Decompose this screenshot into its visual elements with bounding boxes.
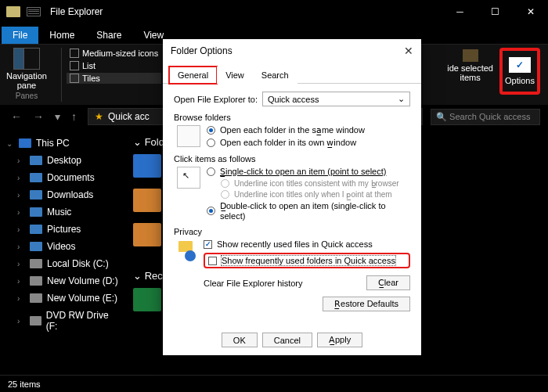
chevron-icon: › (17, 294, 25, 303)
drive-icon (30, 225, 42, 234)
chevron-icon: › (17, 317, 25, 325)
drive-icon (30, 207, 42, 217)
layout-list-item[interactable]: List (67, 60, 161, 71)
privacy-icon (177, 239, 197, 263)
sidebar-item[interactable]: ›Downloads (5, 186, 121, 203)
hide-icon (463, 49, 478, 62)
search-input[interactable]: 🔍 Search Quick access (431, 109, 540, 125)
sidebar-item[interactable]: ›Pictures (5, 221, 121, 238)
checkbox-frequent-folders[interactable]: Show frequently used folders in Quick ac… (208, 256, 406, 265)
chevron-icon: › (17, 208, 25, 217)
radio-same-window[interactable]: Open each folder in the sa̲me window (207, 125, 365, 135)
breadcrumb-text: Quick acc (108, 111, 150, 122)
drive-icon (30, 190, 42, 200)
privacy-group: Privacy Show recently used files in Quic… (174, 227, 410, 290)
dialog-tabs: General View Search (163, 63, 421, 84)
apply-button[interactable]: A̲pply (317, 333, 362, 347)
drive-icon (30, 242, 42, 251)
chevron-down-icon[interactable]: ▾ (52, 110, 63, 123)
clear-button[interactable]: C̲lear (366, 275, 410, 290)
chevron-icon: › (17, 191, 25, 200)
chevron-icon: › (17, 156, 25, 165)
sidebar: ⌄ This PC ›Desktop›Documents›Downloads›M… (0, 128, 125, 375)
sidebar-item[interactable]: ›New Volume (D:) (5, 272, 121, 290)
folder-tile[interactable] (133, 154, 161, 178)
nav-pane-group[interactable]: Navigation pane Panes (6, 48, 47, 102)
dialog-tab-search[interactable]: Search (253, 67, 297, 84)
tab-home[interactable]: Home (38, 27, 85, 44)
maximize-button[interactable]: ☐ (478, 0, 513, 23)
browse-thumb-icon (177, 125, 200, 147)
navpane-icon (13, 48, 40, 70)
menu-icon[interactable] (27, 7, 41, 16)
dialog-tab-general[interactable]: General (169, 67, 217, 84)
layout-medium[interactable]: Medium-sized icons (67, 48, 161, 59)
restore-defaults-button[interactable]: R̲estore Defaults (323, 297, 410, 311)
open-to-dropdown[interactable]: Quick access⌄ (262, 92, 410, 106)
dialog-close-button[interactable]: ✕ (404, 45, 413, 57)
drive-icon (30, 316, 41, 325)
sidebar-item[interactable]: ›New Volume (E:) (5, 290, 121, 307)
drive-icon (30, 293, 42, 303)
forward-button[interactable]: → (30, 110, 47, 123)
clear-history-label: Clear File Explorer history (204, 279, 362, 288)
folder-icon (6, 6, 20, 17)
radio-single-click[interactable]: S̲ingle-click to open an item (point to … (207, 167, 410, 177)
back-button[interactable]: ← (8, 110, 25, 123)
drive-icon (30, 156, 42, 165)
sidebar-item[interactable]: ›Desktop (5, 152, 121, 169)
layout-tiles[interactable]: Tiles (67, 73, 161, 84)
layout-list: Medium-sized icons List Tiles (67, 48, 161, 102)
sidebar-item[interactable]: ›Documents (5, 169, 121, 186)
panes-label: Panes (16, 92, 38, 100)
folder-options-dialog: Folder Options ✕ General View Search Ope… (163, 39, 421, 355)
dialog-titlebar: Folder Options ✕ (163, 39, 421, 63)
close-button[interactable]: ✕ (513, 0, 548, 23)
radio-own-window[interactable]: Open each folder in its own w̲indow (207, 138, 365, 148)
sidebar-item[interactable]: ›Local Disk (C:) (5, 255, 121, 272)
tab-share[interactable]: Share (85, 27, 132, 44)
chevron-icon: › (17, 174, 25, 182)
chevron-icon: ⌄ (6, 139, 14, 148)
browse-folders-group: Browse folders Open each folder in the s… (174, 113, 410, 148)
sidebar-thispc[interactable]: ⌄ This PC (5, 135, 121, 152)
app-title: File Explorer (50, 6, 103, 17)
options-button[interactable]: ✓ Options (499, 48, 540, 95)
star-icon: ★ (95, 111, 103, 122)
up-button[interactable]: ↑ (68, 110, 80, 123)
checkbox-recent-files[interactable]: Show recently used files in Quick access (204, 239, 410, 249)
tab-file[interactable]: File (2, 27, 38, 44)
radio-underline-browser: Underline icon titles consistent with my… (221, 179, 410, 188)
radio-double-click[interactable]: D̲ouble-click to open an item (single-cl… (207, 201, 410, 221)
sidebar-item[interactable]: ›DVD RW Drive (F: (5, 307, 121, 335)
folder-tile[interactable] (133, 189, 161, 212)
open-to-label: Open File Explorer to: (174, 95, 258, 104)
click-thumb-icon: ↖ (177, 167, 200, 189)
navpane-label: Navigation pane (6, 71, 47, 90)
item-count: 25 items (8, 379, 41, 389)
chevron-down-icon: ⌄ (398, 94, 405, 104)
sidebar-item[interactable]: ›Videos (5, 238, 121, 255)
chevron-icon: › (17, 260, 25, 268)
chevron-icon: › (17, 277, 25, 286)
cancel-button[interactable]: Cancel (262, 333, 312, 347)
options-icon: ✓ (509, 57, 531, 73)
hide-selected[interactable]: ide selected items (447, 49, 493, 82)
drive-icon (30, 276, 42, 286)
ok-button[interactable]: OK (222, 333, 258, 347)
drive-icon (30, 173, 42, 182)
radio-underline-point: Underline icon titles only when I p̲oint… (221, 190, 410, 199)
chevron-icon: › (17, 243, 25, 251)
status-bar: 25 items (0, 375, 548, 392)
minimize-button[interactable]: ─ (442, 0, 478, 23)
drive-icon (30, 259, 42, 268)
chevron-icon: › (17, 225, 25, 234)
file-tile[interactable] (133, 288, 161, 311)
thispc-icon (19, 138, 31, 148)
folder-tile[interactable] (133, 223, 161, 246)
dialog-tab-view[interactable]: View (217, 67, 253, 84)
dialog-title: Folder Options (171, 45, 233, 56)
click-items-group: Click items as follows ↖ S̲ingle-click t… (174, 154, 410, 221)
titlebar: File Explorer ─ ☐ ✕ (0, 0, 548, 23)
sidebar-item[interactable]: ›Music (5, 203, 121, 221)
